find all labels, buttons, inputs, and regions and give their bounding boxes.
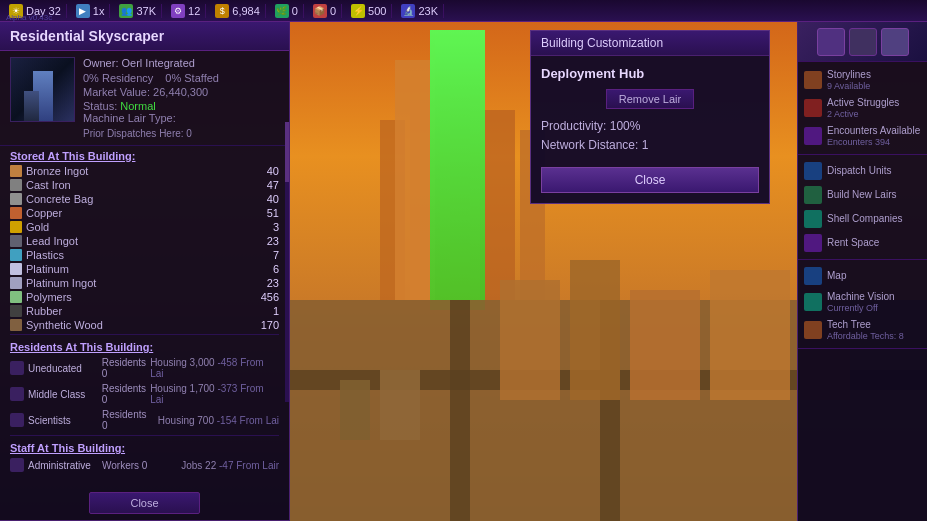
hud-money: $ 6,984 bbox=[210, 4, 266, 18]
sidebar-item[interactable]: Storylines 9 Available bbox=[798, 66, 927, 94]
resource-qty: 1 bbox=[244, 305, 279, 317]
resource-icon bbox=[10, 207, 22, 219]
population-icon: 👥 bbox=[119, 4, 133, 18]
building-panel: Residential Skyscraper Owner: Oerl Integ… bbox=[0, 22, 290, 521]
storage-item: Plastics 7 bbox=[10, 248, 279, 262]
building-occupancy-row: 0% Residency 0% Staffed bbox=[83, 72, 279, 84]
svg-rect-9 bbox=[430, 30, 485, 310]
sidebar-portraits bbox=[798, 22, 927, 62]
resource-qty: 40 bbox=[244, 165, 279, 177]
storage-item: Lead Ingot 23 bbox=[10, 234, 279, 248]
sidebar-item-label: Active Struggles bbox=[827, 97, 899, 109]
resource-icon bbox=[10, 305, 22, 317]
sidebar-item-icon bbox=[804, 210, 822, 228]
customization-panel-body: Deployment Hub Remove Lair Productivity:… bbox=[531, 56, 769, 203]
resident-icon bbox=[10, 361, 24, 375]
panel-content: Stored At This Building: Bronze Ingot 40… bbox=[0, 146, 289, 486]
resident-housing: Housing 1,700 -373 From Lai bbox=[150, 383, 279, 405]
resource-qty: 6 bbox=[244, 263, 279, 275]
divider-2 bbox=[10, 435, 279, 436]
resource-name: Plastics bbox=[26, 249, 240, 261]
resource-name: Bronze Ingot bbox=[26, 165, 240, 177]
sidebar-item[interactable]: Rent Space bbox=[798, 231, 927, 255]
sidebar-item[interactable]: Machine Vision Currently Off bbox=[798, 288, 927, 316]
sidebar-item-label: Machine Vision bbox=[827, 291, 895, 303]
sidebar-item[interactable]: Shell Companies bbox=[798, 207, 927, 231]
hub-name: Deployment Hub bbox=[541, 66, 759, 81]
sidebar-item-text: Rent Space bbox=[827, 237, 879, 249]
panel-close-area: Close bbox=[0, 486, 289, 520]
resource-qty: 456 bbox=[244, 291, 279, 303]
portrait-2 bbox=[849, 28, 877, 56]
goods-icon: 📦 bbox=[313, 4, 327, 18]
storage-item: Rubber 1 bbox=[10, 304, 279, 318]
svg-rect-14 bbox=[500, 280, 560, 400]
productivity-stat: Productivity: 100% bbox=[541, 119, 759, 133]
status-value: Normal bbox=[120, 100, 155, 112]
resource-qty: 3 bbox=[244, 221, 279, 233]
hud-food: 🌿 0 bbox=[270, 4, 304, 18]
sidebar-item-text: Tech Tree Affordable Techs: 8 bbox=[827, 319, 904, 341]
resident-count: Residents 0 bbox=[102, 357, 146, 379]
resource-icon bbox=[10, 193, 22, 205]
sidebar-item-icon bbox=[804, 186, 822, 204]
resource-name: Platinum bbox=[26, 263, 240, 275]
sidebar-item[interactable]: Dispatch Units bbox=[798, 159, 927, 183]
hud-workers: ⚙ 12 bbox=[166, 4, 206, 18]
resource-name: Rubber bbox=[26, 305, 240, 317]
sidebar-item-text: Build New Lairs bbox=[827, 189, 896, 201]
money-icon: $ bbox=[215, 4, 229, 18]
svg-rect-20 bbox=[380, 370, 420, 440]
sidebar-item[interactable]: Tech Tree Affordable Techs: 8 bbox=[798, 316, 927, 344]
staff-list: Administrative Workers 0 Jobs 22 -47 Fro… bbox=[0, 456, 289, 474]
residents-list: Uneducated Residents 0 Housing 3,000 -45… bbox=[0, 355, 289, 433]
building-owner: Owner: Oerl Integrated bbox=[83, 57, 279, 69]
stored-section-header: Stored At This Building: bbox=[0, 146, 289, 164]
divider-1 bbox=[10, 334, 279, 335]
storage-item: Concrete Bag 40 bbox=[10, 192, 279, 206]
sidebar-item[interactable]: Active Struggles 2 Active bbox=[798, 94, 927, 122]
svg-rect-4 bbox=[480, 110, 515, 300]
sidebar-item[interactable]: Encounters Available Encounters 394 bbox=[798, 122, 927, 150]
resource-qty: 40 bbox=[244, 193, 279, 205]
sidebar-section-dispatch: Dispatch Units Build New Lairs Shell Com… bbox=[798, 155, 927, 260]
customization-close-button[interactable]: Close bbox=[541, 167, 759, 193]
resource-name: Platinum Ingot bbox=[26, 277, 240, 289]
staff-count: Workers 0 bbox=[102, 460, 177, 471]
sidebar-item-icon bbox=[804, 162, 822, 180]
storage-item: Synthetic Wood 170 bbox=[10, 318, 279, 332]
sidebar-item-text: Storylines 9 Available bbox=[827, 69, 871, 91]
residents-section-header: Residents At This Building: bbox=[0, 337, 289, 355]
resource-name: Gold bbox=[26, 221, 240, 233]
sidebar-item-label: Build New Lairs bbox=[827, 189, 896, 201]
sidebar-item-label: Storylines bbox=[827, 69, 871, 81]
resource-qty: 23 bbox=[244, 277, 279, 289]
resident-item: Uneducated Residents 0 Housing 3,000 -45… bbox=[10, 355, 279, 381]
svg-rect-17 bbox=[710, 270, 790, 400]
building-close-button[interactable]: Close bbox=[89, 492, 199, 514]
building-status: Status: Normal bbox=[83, 100, 279, 112]
resource-name: Cast Iron bbox=[26, 179, 240, 191]
sidebar-item-sub: Affordable Techs: 8 bbox=[827, 331, 904, 341]
remove-lair-button[interactable]: Remove Lair bbox=[606, 89, 694, 109]
resource-icon bbox=[10, 221, 22, 233]
building-info-row: Owner: Oerl Integrated 0% Residency 0% S… bbox=[0, 51, 289, 146]
resource-qty: 51 bbox=[244, 207, 279, 219]
hud-speed[interactable]: ▶ 1x bbox=[71, 4, 111, 18]
sidebar-item[interactable]: Build New Lairs bbox=[798, 183, 927, 207]
resource-qty: 23 bbox=[244, 235, 279, 247]
sidebar-item-sub: 9 Available bbox=[827, 81, 871, 91]
energy-icon: ⚡ bbox=[351, 4, 365, 18]
resource-name: Concrete Bag bbox=[26, 193, 240, 205]
building-details: Owner: Oerl Integrated 0% Residency 0% S… bbox=[83, 57, 279, 139]
svg-rect-16 bbox=[630, 290, 700, 400]
sidebar-item-sub: 2 Active bbox=[827, 109, 899, 119]
productivity-label: Productivity: bbox=[541, 119, 606, 133]
sidebar-item-icon bbox=[804, 234, 822, 252]
resident-type: Uneducated bbox=[28, 363, 98, 374]
sidebar-item[interactable]: Map bbox=[798, 264, 927, 288]
research-icon: 🔬 bbox=[401, 4, 415, 18]
right-sidebar: Storylines 9 Available Active Struggles … bbox=[797, 22, 927, 521]
resource-qty: 170 bbox=[244, 319, 279, 331]
resident-type: Middle Class bbox=[28, 389, 98, 400]
